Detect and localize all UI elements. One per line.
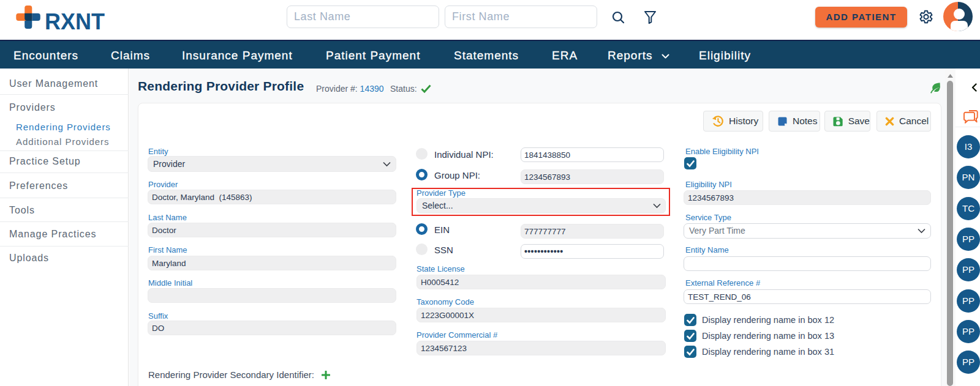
svg-text:RXNT: RXNT	[45, 9, 105, 34]
